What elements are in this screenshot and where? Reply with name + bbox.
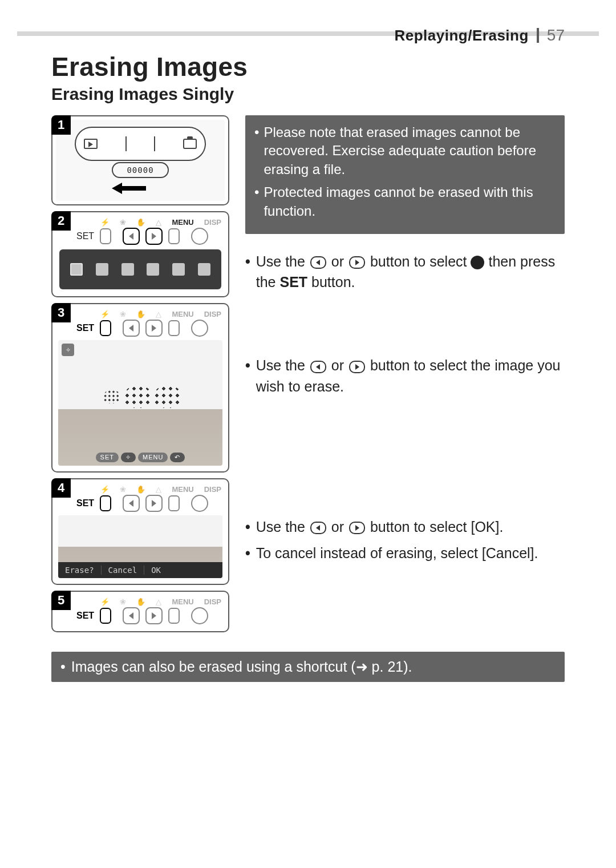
steps-column: 1 00000 bbox=[51, 115, 229, 638]
set-button bbox=[100, 320, 111, 336]
right-nav-button bbox=[145, 228, 163, 245]
arrow-left-icon bbox=[112, 183, 146, 194]
set-button bbox=[100, 495, 111, 511]
content: Erasing Images Erasing Images Singly 1 bbox=[51, 51, 565, 682]
text: button. bbox=[311, 274, 355, 290]
section-name: Replaying/Erasing bbox=[395, 27, 529, 45]
icon-wb: △ bbox=[156, 310, 161, 318]
set-label: SET bbox=[76, 611, 94, 621]
frame-counter: 00000 bbox=[112, 162, 169, 178]
icon-wb: △ bbox=[156, 218, 161, 227]
step-3-buttonrow: ⚡ ❀ ✋ △ MENU DISP SET bbox=[56, 308, 225, 338]
left-button-icon bbox=[310, 522, 326, 534]
playback-icon bbox=[84, 139, 98, 149]
step-5-buttonrow: ⚡ ❀ ✋ △ MENU DISP SET bbox=[56, 595, 225, 628]
icon-hand: ✋ bbox=[136, 597, 145, 606]
set-label: SET bbox=[76, 323, 94, 333]
mode-dial bbox=[75, 127, 206, 161]
menu-button bbox=[168, 495, 180, 511]
instruction-point: Use the or button to select [OK]. bbox=[245, 516, 565, 537]
step-3-number: 3 bbox=[51, 303, 71, 322]
text: button to select [OK]. bbox=[370, 519, 503, 535]
left-button-icon bbox=[310, 361, 326, 373]
set-label: SET bbox=[76, 231, 94, 241]
dial-divider bbox=[125, 136, 127, 151]
menu-label: MENU bbox=[172, 310, 193, 318]
menu-pill: MENU bbox=[138, 453, 168, 462]
menu-label: MENU bbox=[172, 597, 193, 606]
mode-icon bbox=[96, 263, 108, 276]
left-nav-button bbox=[123, 320, 140, 337]
right-button-icon bbox=[349, 256, 365, 269]
text: Use the bbox=[256, 519, 309, 535]
icon-hand: ✋ bbox=[136, 485, 145, 494]
text: To cancel instead of erasing, select [Ca… bbox=[256, 543, 565, 563]
dial-divider bbox=[154, 136, 155, 151]
icon-macro: ❀ bbox=[120, 485, 126, 494]
menu-label: MENU bbox=[172, 485, 193, 494]
mode-icon bbox=[147, 263, 159, 276]
header-container: Replaying/Erasing 57 bbox=[395, 26, 565, 45]
icon-flash: ⚡ bbox=[100, 485, 110, 494]
erase-mode-icon bbox=[471, 256, 484, 269]
disp-label: DISP bbox=[204, 597, 221, 606]
disp-button bbox=[191, 320, 208, 337]
disp-button bbox=[191, 228, 208, 245]
set-label: SET bbox=[76, 498, 94, 508]
text: or bbox=[331, 253, 348, 269]
menu-button bbox=[168, 320, 180, 336]
erase-prompt: Erase? bbox=[58, 566, 101, 575]
step-3-panel: 3 ⚡ ❀ ✋ △ MENU DISP SET bbox=[51, 303, 229, 473]
disp-label: DISP bbox=[204, 218, 221, 227]
text: button to select bbox=[370, 253, 471, 269]
page-header: Replaying/Erasing 57 bbox=[0, 0, 616, 38]
arrow-icon: ➜ bbox=[356, 659, 368, 675]
ok-option: OK bbox=[144, 566, 168, 575]
pill-row: SET ✧ MENU ↶ bbox=[58, 453, 222, 462]
footer-text: Images can also be erased using a shortc… bbox=[71, 659, 356, 675]
step-4-number: 4 bbox=[51, 478, 71, 498]
confirm-bar: Erase? Cancel OK bbox=[58, 562, 222, 578]
step-4-panel: 4 ⚡ ❀ ✋ △ MENU DISP SET bbox=[51, 478, 229, 585]
text: Use the bbox=[256, 253, 309, 269]
erase-pill-icon: ✧ bbox=[121, 453, 136, 462]
disp-label: DISP bbox=[204, 310, 221, 318]
menu-label: MENU bbox=[172, 218, 193, 227]
text: Use the bbox=[256, 357, 309, 373]
step-1-panel: 1 00000 bbox=[51, 115, 229, 205]
callout-item: Protected images cannot be erased with t… bbox=[254, 183, 554, 220]
cancel-option: Cancel bbox=[101, 566, 144, 575]
disp-button bbox=[191, 607, 208, 624]
left-button-icon bbox=[310, 256, 326, 269]
step-1-number: 1 bbox=[51, 115, 71, 135]
left-nav-button bbox=[123, 495, 140, 512]
mode-icon bbox=[172, 263, 185, 276]
preview-tree-icon bbox=[153, 385, 182, 408]
right-nav-button bbox=[145, 320, 163, 337]
step-2-number: 2 bbox=[51, 211, 71, 231]
right-button-icon bbox=[349, 361, 365, 373]
step-2-buttonrow: ⚡ ❀ ✋ △ MENU DISP SET bbox=[56, 216, 225, 246]
mode-icon bbox=[121, 263, 134, 276]
set-word: SET bbox=[279, 274, 307, 290]
right-nav-button bbox=[145, 495, 163, 512]
icon-wb: △ bbox=[156, 485, 161, 494]
disp-button bbox=[191, 495, 208, 512]
header-divider bbox=[537, 28, 539, 43]
preview-tree-icon bbox=[103, 390, 120, 403]
icon-macro: ❀ bbox=[120, 597, 126, 606]
text: or bbox=[331, 357, 348, 373]
menu-button bbox=[168, 228, 180, 244]
instruction-point: Use the or button to select the image yo… bbox=[245, 355, 565, 397]
menu-button bbox=[168, 608, 180, 624]
icon-macro: ❀ bbox=[120, 218, 126, 227]
preview-tree-icon bbox=[124, 385, 152, 408]
instruction-group-1: Use the or button to select then press t… bbox=[245, 251, 565, 293]
text: or bbox=[331, 519, 348, 535]
set-button bbox=[100, 228, 111, 244]
step-2-panel: 2 ⚡ ❀ ✋ △ MENU DISP SET bbox=[51, 211, 229, 297]
back-pill-icon: ↶ bbox=[170, 453, 185, 462]
right-nav-button bbox=[145, 607, 163, 624]
callout-item: Please note that erased images cannot be… bbox=[254, 123, 554, 179]
instruction-point: Use the or button to select then press t… bbox=[245, 251, 565, 293]
